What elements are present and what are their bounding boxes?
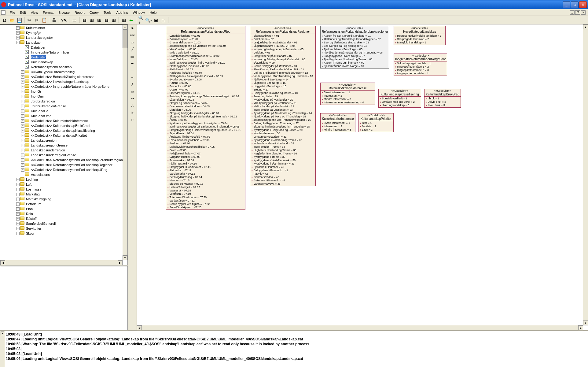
uml-class-ReferansesystemForLandskapJordbruksregioner[interactable]: <<CodeList>>ReferansesystemForLandskapJo… <box>320 26 389 69</box>
fit-window-button[interactable]: ▣ <box>153 17 159 24</box>
tree-expander[interactable]: + <box>21 114 24 118</box>
open-button[interactable]: 📂 <box>9 17 15 24</box>
tree-expander[interactable]: + <box>21 90 24 93</box>
tree-expander[interactable]: + <box>21 139 24 142</box>
generalization-tool[interactable]: △ <box>129 102 136 109</box>
tree-expander[interactable]: + <box>21 158 24 162</box>
association-tool[interactable]: — <box>129 67 136 74</box>
note-tool[interactable]: ▭ <box>129 39 136 46</box>
browse-class-button[interactable]: ▦ <box>81 17 88 24</box>
tree-expander[interactable]: + <box>16 207 20 211</box>
uml-class-KulturlandskapPrioritet[interactable]: <<CodeList>>KulturlandskapPrioritetStor … <box>358 113 394 132</box>
copy-button[interactable]: ⎘ <box>33 17 40 24</box>
tree-node[interactable]: +<<CodeList>> ReferansesystemForLandskap… <box>1 162 127 167</box>
tree-expander[interactable]: + <box>16 217 20 221</box>
tree-node[interactable]: +LandskapsregionGrense <box>1 143 127 148</box>
mdi-close-button[interactable]: ✕ <box>581 10 586 15</box>
browse-component-button[interactable]: ▦ <box>96 17 102 24</box>
uml-class-HovedkategoriLandskap[interactable]: <<CodeList>>HovedkategoriLandskapReprese… <box>394 26 446 45</box>
menu-tools[interactable]: Tools <box>101 10 114 15</box>
tree-node[interactable]: Associations <box>1 172 127 177</box>
mdi-minimize-button[interactable]: _ <box>570 10 575 15</box>
browse-interaction-button[interactable]: ▦ <box>88 17 95 24</box>
tree-expander[interactable]: + <box>21 80 24 83</box>
browse-previous-button[interactable]: ⬅ <box>128 17 134 24</box>
tree-expander[interactable]: + <box>21 129 24 132</box>
tree-node[interactable]: +Landskapsunderregion <box>1 148 127 153</box>
menu-report[interactable]: Report <box>72 10 87 15</box>
diagram-canvas[interactable]: <<CodeList>>ReferansesystemForLandskapUR… <box>137 24 583 325</box>
class-assoc-tool[interactable]: ⤴ <box>129 81 136 88</box>
uml-class-KulturhistoriskInteresse[interactable]: <<CodeList>>KulturhistoriskInteresseSvær… <box>320 113 355 132</box>
tree-node[interactable]: +Råstoff <box>1 216 127 221</box>
documentation-panel[interactable] <box>0 266 128 330</box>
mdi-restore-button[interactable]: ❐ <box>575 10 580 15</box>
tree-node[interactable]: +Ledning <box>1 177 127 182</box>
tree-node[interactable]: +KultLandOmr <box>1 113 127 118</box>
tree-expander[interactable]: + <box>21 85 24 88</box>
menu-edit[interactable]: Edit <box>18 10 28 15</box>
tree-expander[interactable]: + <box>21 109 24 113</box>
tree-node[interactable]: ReferansesystemLandskap <box>1 65 127 69</box>
tree-expander[interactable]: + <box>16 31 20 35</box>
tree-node[interactable]: +<<DataType>> Arealfordeling <box>1 69 127 74</box>
tree-node[interactable]: +<<CodeList>> ReferansesystemForLandskap… <box>1 167 127 172</box>
menu-browse[interactable]: Browse <box>56 10 72 15</box>
tree-expander[interactable]: + <box>21 70 24 74</box>
tree-expander[interactable]: + <box>21 124 24 128</box>
tree-node[interactable]: +<<CodeList>> KulturlandskapBrukGrad <box>1 123 127 128</box>
zoom-in-button[interactable]: 🔍+ <box>138 17 145 24</box>
unidir-tool[interactable]: → <box>129 74 136 81</box>
tree-node[interactable]: +Markslag <box>1 192 127 197</box>
tree-expander[interactable]: + <box>16 188 20 191</box>
tree-node[interactable]: +Petroleum <box>1 202 127 206</box>
paste-button[interactable]: 📋 <box>41 17 47 24</box>
tree-node[interactable]: +Luft <box>1 182 127 187</box>
menu-help[interactable]: Help <box>147 10 159 15</box>
tree-expander[interactable]: + <box>21 144 24 147</box>
tree-expander[interactable]: + <box>16 232 20 235</box>
tree-node[interactable]: +Landskapsregion <box>1 138 127 143</box>
tree-expander[interactable]: + <box>21 154 24 157</box>
menu-window[interactable]: Window <box>130 10 147 15</box>
tree-node[interactable]: +Matrikkelbygning <box>1 197 127 202</box>
tree-scrollbar-h[interactable]: ◀ ▶ <box>0 260 123 265</box>
tree-expander[interactable]: + <box>21 105 24 108</box>
tree-node[interactable]: +<<CodeList>> ReferansesystemForLandskap… <box>1 158 127 162</box>
menu-file[interactable]: File <box>7 10 18 15</box>
tree-node[interactable]: +Plan <box>1 206 127 211</box>
tree-expander[interactable]: + <box>21 119 24 123</box>
tree-node[interactable]: +Løsmasse <box>1 187 127 192</box>
tree-expander[interactable]: + <box>16 26 20 30</box>
print-button[interactable]: 🖶 <box>51 17 57 24</box>
tree-node[interactable]: Kodelister <box>1 55 127 60</box>
minimize-button[interactable]: _ <box>563 1 570 8</box>
tree-node[interactable]: +<<CodeList>> InngrepsfrieNaturområderIN… <box>1 84 127 89</box>
help-button[interactable]: ?⬉ <box>61 17 68 24</box>
uml-class-KulturlandskapKlassifisering[interactable]: <<CodeList>>KulturlandskapKlassifisering… <box>378 89 421 108</box>
tree-scrollbar-v[interactable]: ▲ ▼ <box>123 25 127 260</box>
aggregation-tool[interactable]: ◇ <box>129 116 136 123</box>
log-content[interactable]: 10:00:43| [Load Unit]10:00:47| Loading u… <box>5 331 588 367</box>
package-tool[interactable]: ▭ <box>129 88 136 95</box>
tree-expander[interactable]: - <box>16 41 20 44</box>
tree-node[interactable]: InngrepsfrieNaturområder <box>1 50 127 55</box>
tree-node[interactable]: +Skog <box>1 231 127 236</box>
tree-node[interactable]: +Landbruksregister <box>1 35 127 40</box>
new-button[interactable]: 🗋 <box>1 17 8 24</box>
tree-node[interactable]: +Kulturminner <box>1 25 127 30</box>
menu-view[interactable]: View <box>28 10 41 15</box>
tree-expander[interactable]: + <box>21 95 24 98</box>
uml-class-BotaniskØkologiskInteresse[interactable]: <<CodeList>>BotaniskØkologiskInteresseSv… <box>320 83 375 105</box>
tree-node[interactable]: +InonGr <box>1 89 127 94</box>
text-tool[interactable]: ABC <box>129 32 136 39</box>
menu-add-ins[interactable]: Add-Ins <box>114 10 130 15</box>
tree-node[interactable]: Datatyper <box>1 45 127 50</box>
tree-expander[interactable]: + <box>16 193 20 196</box>
browser-tree[interactable]: +Kulturminner+KystogSjø+Landbruksregiste… <box>0 24 128 265</box>
tree-expander[interactable]: + <box>16 178 20 181</box>
tree-node[interactable]: -Landskap <box>1 40 127 45</box>
tree-node[interactable]: +KultLandGr <box>1 109 127 113</box>
save-button[interactable]: 💾 <box>16 17 23 24</box>
tree-expander[interactable]: + <box>21 163 24 167</box>
